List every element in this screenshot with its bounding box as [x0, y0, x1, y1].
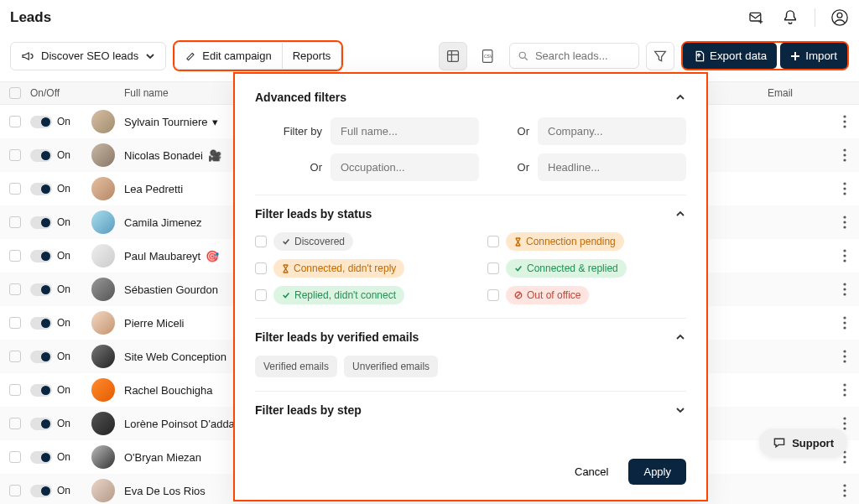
row-toggle[interactable] [30, 283, 52, 296]
row-toggle[interactable] [30, 250, 52, 262]
row-checkbox[interactable] [9, 451, 21, 463]
import-button[interactable]: Import [780, 43, 847, 69]
avatar [91, 110, 115, 133]
company-filter-input[interactable] [538, 117, 686, 145]
row-more-button[interactable] [830, 350, 859, 363]
svg-point-22 [843, 283, 846, 285]
row-more-button[interactable] [830, 283, 859, 296]
row-toggle[interactable] [30, 384, 52, 397]
row-checkbox[interactable] [9, 351, 21, 362]
avatar [91, 412, 115, 435]
row-checkbox[interactable] [9, 250, 21, 262]
apply-button[interactable]: Apply [628, 459, 686, 485]
row-more-button[interactable] [830, 182, 859, 195]
row-toggle[interactable] [30, 183, 52, 195]
status-checkbox[interactable] [487, 289, 499, 301]
lead-name: O'Bryan Miezan [124, 451, 201, 464]
status-grid: Discovered Connection pending Connected,… [255, 232, 686, 304]
status-pill[interactable]: Discovered [273, 232, 353, 251]
row-more-button[interactable] [830, 249, 859, 262]
lead-name: Eva De Los Rios [124, 485, 206, 497]
select-all-checkbox[interactable] [9, 87, 21, 99]
col-onoff: On/Off [30, 87, 82, 99]
status-title: Filter leads by status [255, 207, 372, 221]
status-pill[interactable]: Connection pending [506, 232, 624, 251]
status-pill[interactable]: Connected, didn't reply [273, 259, 404, 278]
status-checkbox[interactable] [255, 262, 267, 274]
table-view-button[interactable] [439, 42, 467, 70]
toggle-label: On [57, 451, 70, 463]
step-header[interactable]: Filter leads by step [255, 403, 686, 417]
svg-point-35 [843, 422, 846, 424]
export-data-button[interactable]: Export data [683, 43, 777, 69]
svg-point-42 [843, 494, 846, 496]
row-more-button[interactable] [830, 115, 859, 128]
edit-campaign-button[interactable]: Edit campaign [174, 42, 281, 70]
row-toggle[interactable] [30, 116, 52, 128]
cancel-button[interactable]: Cancel [563, 459, 620, 485]
pencil-icon [185, 50, 197, 62]
filter-button[interactable] [646, 42, 674, 70]
row-checkbox[interactable] [9, 317, 21, 329]
svg-point-26 [843, 321, 846, 324]
row-toggle[interactable] [30, 149, 52, 162]
status-header[interactable]: Filter leads by status [255, 207, 686, 221]
csv-export-button[interactable]: CSV [474, 42, 502, 70]
row-toggle[interactable] [30, 418, 52, 430]
support-button[interactable]: Support [759, 429, 847, 457]
row-checkbox[interactable] [9, 183, 21, 195]
status-pill[interactable]: Replied, didn't connect [273, 286, 404, 304]
status-checkbox[interactable] [255, 289, 267, 301]
row-checkbox[interactable] [9, 384, 21, 396]
row-more-button[interactable] [830, 216, 859, 229]
emails-header[interactable]: Filter leads by verified emails [255, 330, 686, 344]
row-checkbox[interactable] [9, 485, 21, 496]
status-checkbox[interactable] [487, 236, 499, 247]
occupation-filter-input[interactable] [331, 153, 479, 181]
mail-plus-icon[interactable] [747, 8, 766, 27]
reports-button[interactable]: Reports [282, 42, 342, 70]
status-checkbox[interactable] [487, 262, 499, 274]
row-checkbox[interactable] [9, 283, 21, 295]
email-chip[interactable]: Unverified emails [344, 356, 438, 377]
advanced-filters-header[interactable]: Advanced filters [255, 91, 686, 104]
bell-icon[interactable] [781, 8, 799, 27]
status-pill[interactable]: Out of office [506, 286, 589, 304]
row-checkbox[interactable] [9, 216, 21, 228]
row-more-button[interactable] [830, 484, 859, 497]
svg-point-30 [843, 360, 846, 362]
search-input[interactable] [535, 49, 630, 62]
svg-point-17 [843, 221, 846, 223]
advanced-filters-section: Advanced filters Filter by Or Or Or [255, 91, 686, 195]
edit-campaign-label: Edit campaign [202, 49, 271, 62]
svg-point-38 [843, 455, 846, 458]
row-more-button[interactable] [830, 383, 859, 397]
row-toggle[interactable] [30, 317, 52, 330]
fullname-filter-input[interactable] [331, 117, 479, 145]
svg-point-2 [837, 13, 842, 18]
toggle-label: On [57, 250, 70, 262]
row-toggle[interactable] [30, 485, 52, 497]
row-toggle[interactable] [30, 351, 52, 363]
row-checkbox[interactable] [9, 418, 21, 429]
reports-label: Reports [293, 49, 331, 62]
row-checkbox[interactable] [9, 116, 21, 127]
toggle-label: On [57, 351, 70, 362]
row-more-button[interactable] [830, 316, 859, 330]
row-toggle[interactable] [30, 216, 52, 229]
row-toggle[interactable] [30, 451, 52, 464]
step-section: Filter leads by step [255, 403, 686, 420]
status-pill[interactable]: Connected & replied [506, 259, 627, 278]
campaign-dropdown[interactable]: Discover SEO leads [10, 42, 166, 70]
lead-name: Camila Jimenez [124, 216, 201, 229]
status-pill-icon [282, 291, 290, 299]
headline-filter-input[interactable] [538, 153, 686, 181]
row-more-button[interactable] [830, 148, 859, 162]
search-box[interactable] [509, 43, 639, 69]
row-checkbox[interactable] [9, 149, 21, 161]
toggle-label: On [57, 183, 70, 195]
email-chip[interactable]: Verified emails [255, 356, 337, 377]
svg-point-18 [843, 226, 846, 228]
profile-icon[interactable] [830, 8, 849, 27]
status-checkbox[interactable] [255, 236, 267, 247]
